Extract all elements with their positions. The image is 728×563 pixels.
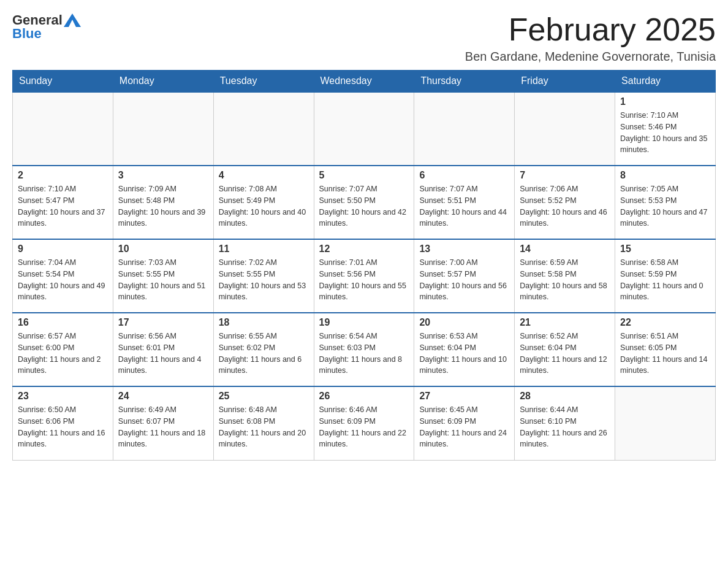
day-number: 20	[419, 317, 509, 328]
calendar-cell	[414, 92, 515, 166]
day-info: Sunrise: 6:56 AMSunset: 6:01 PMDaylight:…	[118, 331, 208, 377]
calendar-cell: 1Sunrise: 7:10 AMSunset: 5:46 PMDaylight…	[615, 92, 716, 166]
day-info: Sunrise: 6:58 AMSunset: 5:59 PMDaylight:…	[620, 257, 710, 303]
day-number: 13	[419, 243, 509, 255]
calendar-cell: 20Sunrise: 6:53 AMSunset: 6:04 PMDayligh…	[414, 313, 515, 386]
title-block: February 2025 Ben Gardane, Medenine Gove…	[465, 12, 716, 64]
day-info: Sunrise: 7:05 AMSunset: 5:53 PMDaylight:…	[620, 183, 710, 229]
calendar-cell: 22Sunrise: 6:51 AMSunset: 6:05 PMDayligh…	[615, 313, 716, 386]
calendar-cell	[615, 386, 716, 460]
calendar-cell: 6Sunrise: 7:07 AMSunset: 5:51 PMDaylight…	[414, 166, 515, 239]
day-info: Sunrise: 7:10 AMSunset: 5:47 PMDaylight:…	[18, 183, 108, 229]
calendar-cell	[113, 92, 213, 166]
calendar-cell: 13Sunrise: 7:00 AMSunset: 5:57 PMDayligh…	[414, 239, 515, 313]
calendar-cell: 12Sunrise: 7:01 AMSunset: 5:56 PMDayligh…	[314, 239, 414, 313]
calendar-cell: 26Sunrise: 6:46 AMSunset: 6:09 PMDayligh…	[314, 386, 414, 460]
day-info: Sunrise: 7:10 AMSunset: 5:46 PMDaylight:…	[620, 110, 710, 156]
calendar-cell: 7Sunrise: 7:06 AMSunset: 5:52 PMDaylight…	[515, 166, 615, 239]
calendar-week-row: 9Sunrise: 7:04 AMSunset: 5:54 PMDaylight…	[13, 239, 716, 313]
calendar-day-header: Wednesday	[314, 71, 414, 93]
day-info: Sunrise: 7:08 AMSunset: 5:49 PMDaylight:…	[219, 183, 309, 229]
day-info: Sunrise: 7:06 AMSunset: 5:52 PMDaylight:…	[520, 183, 610, 229]
day-number: 21	[520, 317, 610, 328]
calendar-cell: 21Sunrise: 6:52 AMSunset: 6:04 PMDayligh…	[515, 313, 615, 386]
day-info: Sunrise: 7:07 AMSunset: 5:51 PMDaylight:…	[419, 183, 509, 229]
day-info: Sunrise: 7:09 AMSunset: 5:48 PMDaylight:…	[118, 183, 208, 229]
calendar-day-header: Saturday	[615, 71, 716, 93]
calendar-cell: 17Sunrise: 6:56 AMSunset: 6:01 PMDayligh…	[113, 313, 213, 386]
calendar-week-row: 1Sunrise: 7:10 AMSunset: 5:46 PMDaylight…	[13, 92, 716, 166]
day-number: 5	[319, 170, 409, 181]
calendar-day-header: Friday	[515, 71, 615, 93]
day-number: 14	[520, 243, 610, 255]
day-number: 6	[419, 170, 509, 181]
calendar-cell: 19Sunrise: 6:54 AMSunset: 6:03 PMDayligh…	[314, 313, 414, 386]
day-info: Sunrise: 6:48 AMSunset: 6:08 PMDaylight:…	[219, 404, 309, 450]
day-info: Sunrise: 7:01 AMSunset: 5:56 PMDaylight:…	[319, 257, 409, 303]
day-number: 23	[18, 391, 108, 402]
day-number: 2	[18, 170, 108, 181]
page-header: General Blue February 2025 Ben Gardane, …	[12, 12, 716, 64]
logo-triangle-icon	[64, 13, 81, 27]
month-title: February 2025	[465, 12, 716, 47]
calendar-cell: 16Sunrise: 6:57 AMSunset: 6:00 PMDayligh…	[13, 313, 113, 386]
day-info: Sunrise: 6:52 AMSunset: 6:04 PMDaylight:…	[520, 331, 610, 377]
day-number: 17	[118, 317, 208, 328]
calendar-day-header: Sunday	[13, 71, 113, 93]
calendar-cell	[515, 92, 615, 166]
calendar-week-row: 23Sunrise: 6:50 AMSunset: 6:06 PMDayligh…	[13, 386, 716, 460]
calendar-cell: 8Sunrise: 7:05 AMSunset: 5:53 PMDaylight…	[615, 166, 716, 239]
day-number: 27	[419, 391, 509, 402]
day-info: Sunrise: 6:46 AMSunset: 6:09 PMDaylight:…	[319, 404, 409, 450]
day-number: 8	[620, 170, 710, 181]
day-number: 28	[520, 391, 610, 402]
calendar-cell: 9Sunrise: 7:04 AMSunset: 5:54 PMDaylight…	[13, 239, 113, 313]
calendar-cell	[314, 92, 414, 166]
calendar-cell: 28Sunrise: 6:44 AMSunset: 6:10 PMDayligh…	[515, 386, 615, 460]
calendar-cell: 5Sunrise: 7:07 AMSunset: 5:50 PMDaylight…	[314, 166, 414, 239]
day-info: Sunrise: 6:57 AMSunset: 6:00 PMDaylight:…	[18, 331, 108, 377]
day-info: Sunrise: 6:51 AMSunset: 6:05 PMDaylight:…	[620, 331, 710, 377]
day-info: Sunrise: 7:04 AMSunset: 5:54 PMDaylight:…	[18, 257, 108, 303]
day-info: Sunrise: 7:02 AMSunset: 5:55 PMDaylight:…	[219, 257, 309, 303]
day-number: 9	[18, 243, 108, 255]
day-info: Sunrise: 6:45 AMSunset: 6:09 PMDaylight:…	[419, 404, 509, 450]
day-info: Sunrise: 6:54 AMSunset: 6:03 PMDaylight:…	[319, 331, 409, 377]
day-number: 18	[219, 317, 309, 328]
calendar-cell: 3Sunrise: 7:09 AMSunset: 5:48 PMDaylight…	[113, 166, 213, 239]
calendar-cell: 24Sunrise: 6:49 AMSunset: 6:07 PMDayligh…	[113, 386, 213, 460]
location-title: Ben Gardane, Medenine Governorate, Tunis…	[465, 50, 716, 64]
day-info: Sunrise: 6:50 AMSunset: 6:06 PMDaylight:…	[18, 404, 108, 450]
calendar-week-row: 16Sunrise: 6:57 AMSunset: 6:00 PMDayligh…	[13, 313, 716, 386]
day-info: Sunrise: 7:03 AMSunset: 5:55 PMDaylight:…	[118, 257, 208, 303]
calendar-cell	[213, 92, 314, 166]
calendar-day-header: Thursday	[414, 71, 515, 93]
day-info: Sunrise: 6:49 AMSunset: 6:07 PMDaylight:…	[118, 404, 208, 450]
calendar-day-header: Monday	[113, 71, 213, 93]
calendar-cell: 14Sunrise: 6:59 AMSunset: 5:58 PMDayligh…	[515, 239, 615, 313]
calendar-cell: 23Sunrise: 6:50 AMSunset: 6:06 PMDayligh…	[13, 386, 113, 460]
day-number: 19	[319, 317, 409, 328]
day-number: 26	[319, 391, 409, 402]
calendar-cell: 10Sunrise: 7:03 AMSunset: 5:55 PMDayligh…	[113, 239, 213, 313]
calendar-cell: 27Sunrise: 6:45 AMSunset: 6:09 PMDayligh…	[414, 386, 515, 460]
logo-blue: Blue	[12, 26, 42, 42]
calendar-cell: 11Sunrise: 7:02 AMSunset: 5:55 PMDayligh…	[213, 239, 314, 313]
calendar-cell: 2Sunrise: 7:10 AMSunset: 5:47 PMDaylight…	[13, 166, 113, 239]
day-info: Sunrise: 7:07 AMSunset: 5:50 PMDaylight:…	[319, 183, 409, 229]
day-number: 24	[118, 391, 208, 402]
day-number: 22	[620, 317, 710, 328]
day-number: 12	[319, 243, 409, 255]
day-info: Sunrise: 6:59 AMSunset: 5:58 PMDaylight:…	[520, 257, 610, 303]
calendar-cell: 4Sunrise: 7:08 AMSunset: 5:49 PMDaylight…	[213, 166, 314, 239]
day-info: Sunrise: 6:44 AMSunset: 6:10 PMDaylight:…	[520, 404, 610, 450]
calendar-cell: 25Sunrise: 6:48 AMSunset: 6:08 PMDayligh…	[213, 386, 314, 460]
calendar-week-row: 2Sunrise: 7:10 AMSunset: 5:47 PMDaylight…	[13, 166, 716, 239]
calendar-day-header: Tuesday	[213, 71, 314, 93]
day-info: Sunrise: 6:55 AMSunset: 6:02 PMDaylight:…	[219, 331, 309, 377]
day-number: 4	[219, 170, 309, 181]
calendar-header-row: SundayMondayTuesdayWednesdayThursdayFrid…	[13, 71, 716, 93]
calendar-cell: 15Sunrise: 6:58 AMSunset: 5:59 PMDayligh…	[615, 239, 716, 313]
day-number: 10	[118, 243, 208, 255]
day-number: 15	[620, 243, 710, 255]
